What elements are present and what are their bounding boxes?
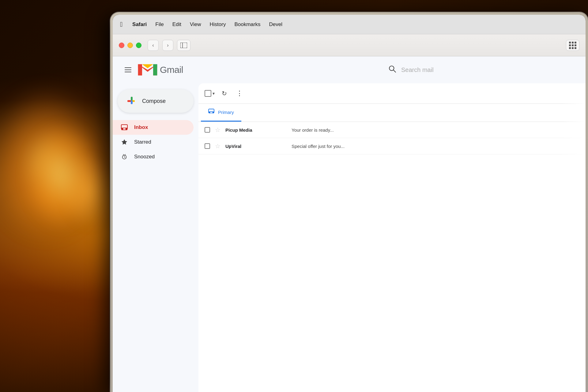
- bokeh-light-3: [61, 153, 116, 230]
- clock-icon: [120, 153, 129, 161]
- compose-button[interactable]: Compose: [118, 89, 194, 113]
- forward-button[interactable]: ›: [162, 40, 173, 51]
- close-button[interactable]: [119, 43, 124, 48]
- email-checkbox[interactable]: [205, 143, 210, 149]
- email-preview: Your order is ready...: [292, 127, 579, 133]
- sidebar-item-inbox[interactable]: Inbox: [113, 120, 194, 135]
- search-area[interactable]: Search mail: [370, 65, 578, 75]
- star-icon[interactable]: ☆: [215, 126, 221, 134]
- forward-icon: ›: [167, 43, 168, 48]
- minimize-button[interactable]: [127, 43, 133, 48]
- sidebar-item-starred[interactable]: Starred: [113, 135, 194, 149]
- email-preview: Special offer just for you...: [292, 144, 579, 149]
- screen-bezel:  Safari File Edit View History Bookmark…: [113, 15, 586, 392]
- starred-label: Starred: [134, 139, 151, 145]
- gmail-logo: Gmail: [137, 62, 183, 78]
- gmail-m-icon: [137, 62, 158, 78]
- apple-icon[interactable]: : [120, 21, 123, 28]
- compose-label: Compose: [142, 98, 166, 104]
- snoozed-label: Snoozed: [134, 154, 155, 160]
- gmail-label: Gmail: [160, 65, 183, 75]
- sidebar-item-snoozed[interactable]: Snoozed: [113, 149, 194, 164]
- select-all-area[interactable]: ▾: [205, 90, 215, 97]
- svg-marker-12: [122, 139, 127, 145]
- select-dropdown-arrow[interactable]: ▾: [213, 91, 215, 96]
- menu-history[interactable]: History: [210, 21, 226, 28]
- svg-rect-7: [131, 97, 133, 100]
- star-icon[interactable]: ☆: [215, 142, 221, 150]
- grid-button[interactable]: [566, 40, 579, 51]
- svg-line-17: [123, 154, 124, 155]
- gmail-tabs: Primary: [198, 104, 586, 122]
- sidebar-toggle-button[interactable]: [177, 40, 190, 51]
- back-icon: ‹: [152, 43, 154, 48]
- grid-icon: [569, 42, 576, 49]
- refresh-button[interactable]: ↻: [218, 88, 230, 99]
- svg-line-18: [125, 154, 126, 155]
- table-row[interactable]: ☆ Picup Media Your order is ready...: [198, 122, 586, 138]
- svg-rect-0: [180, 43, 187, 48]
- sidebar-icon: [180, 43, 187, 48]
- svg-rect-11: [123, 128, 126, 130]
- maximize-button[interactable]: [136, 43, 141, 48]
- email-sender: Picup Media: [225, 127, 287, 133]
- macos-menubar:  Safari File Edit View History Bookmark…: [113, 15, 586, 34]
- svg-rect-8: [131, 100, 133, 104]
- safari-toolbar: ‹ ›: [113, 34, 586, 56]
- table-row[interactable]: ☆ UpViral Special offer just for you...: [198, 138, 586, 154]
- hamburger-line-2: [125, 70, 131, 70]
- back-button[interactable]: ‹: [148, 40, 159, 51]
- compose-plus-icon: [126, 96, 137, 107]
- menu-bookmarks[interactable]: Bookmarks: [234, 21, 260, 28]
- menu-develop[interactable]: Devel: [269, 21, 282, 28]
- svg-rect-21: [210, 112, 213, 113]
- menu-safari[interactable]: Safari: [132, 21, 147, 28]
- gmail-sidebar: Compose Inbox: [113, 83, 198, 392]
- menu-edit[interactable]: Edit: [172, 21, 181, 28]
- search-placeholder-text: Search mail: [401, 66, 434, 74]
- gmail-header: Gmail Search mail: [113, 56, 586, 83]
- hamburger-line-3: [125, 72, 131, 72]
- refresh-icon: ↻: [222, 90, 227, 97]
- gmail-content: ▾ ↻ ⋮: [198, 83, 586, 392]
- search-icon: [388, 65, 396, 75]
- email-checkbox[interactable]: [205, 127, 210, 133]
- primary-tab-icon: [208, 109, 214, 116]
- menu-file[interactable]: File: [155, 21, 164, 28]
- more-icon: ⋮: [236, 89, 243, 97]
- star-icon: [120, 138, 129, 146]
- primary-tab-label: Primary: [218, 110, 234, 115]
- email-sender: UpViral: [225, 144, 287, 149]
- more-options-button[interactable]: ⋮: [234, 88, 245, 99]
- select-all-checkbox[interactable]: [205, 90, 211, 97]
- browser-content: Gmail Search mail: [113, 56, 586, 392]
- hamburger-line-1: [125, 67, 131, 68]
- svg-rect-5: [127, 100, 131, 102]
- tab-primary[interactable]: Primary: [201, 104, 241, 122]
- content-toolbar: ▾ ↻ ⋮: [198, 83, 586, 104]
- gmail-main: Compose Inbox: [113, 83, 586, 392]
- menu-view[interactable]: View: [190, 21, 201, 28]
- traffic-lights: [119, 43, 141, 48]
- inbox-icon: [120, 123, 129, 132]
- hamburger-button[interactable]: [120, 62, 136, 78]
- laptop-frame:  Safari File Edit View History Bookmark…: [110, 12, 588, 392]
- svg-line-4: [393, 70, 396, 72]
- inbox-label: Inbox: [134, 124, 148, 130]
